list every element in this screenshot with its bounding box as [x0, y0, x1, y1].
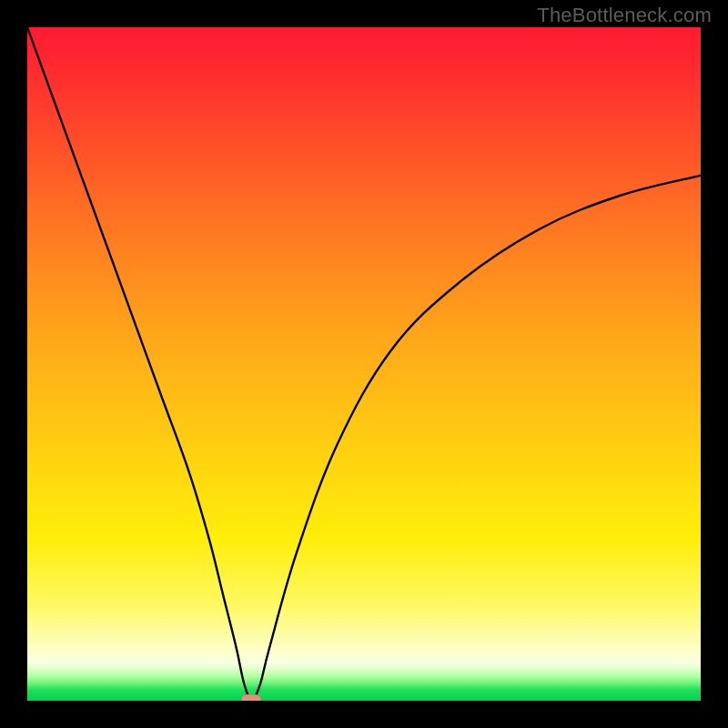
watermark-text: TheBottleneck.com: [537, 4, 712, 27]
plot-area: [27, 27, 701, 701]
chart-frame: TheBottleneck.com: [0, 0, 728, 728]
bottleneck-curve: [27, 27, 701, 701]
minimum-marker: [241, 694, 261, 701]
